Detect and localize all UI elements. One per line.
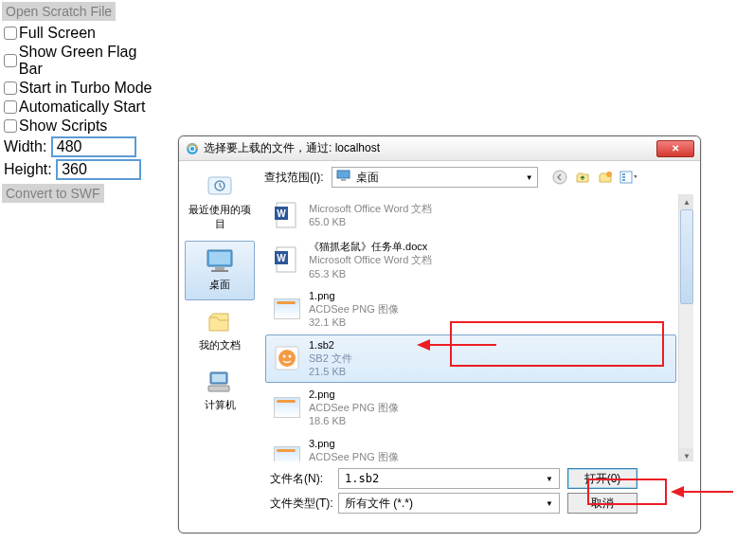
- cancel-button[interactable]: 取消: [567, 493, 637, 514]
- sidebar-recent[interactable]: 最近使用的项目: [185, 167, 255, 239]
- png-icon: [271, 293, 303, 325]
- svg-point-2: [190, 146, 194, 150]
- file-item[interactable]: 1.pngACDSee PNG 图像32.1 KB: [265, 285, 676, 334]
- file-item[interactable]: 1.sb2SB2 文件21.5 KB: [265, 334, 676, 383]
- scroll-down-icon[interactable]: ▼: [679, 448, 694, 462]
- filetype-combo[interactable]: 所有文件 (*.*)▼: [338, 493, 560, 514]
- file-item[interactable]: WMicrosoft Office Word 文档65.0 KB: [265, 195, 676, 235]
- svg-point-29: [289, 355, 292, 358]
- open-scratch-button[interactable]: Open Scratch File: [2, 2, 116, 21]
- check-green-flag[interactable]: Show Green Flag Bar: [4, 44, 163, 78]
- check-full-screen[interactable]: Full Screen: [4, 25, 163, 42]
- file-type: SB2 文件: [309, 352, 352, 365]
- svg-point-14: [553, 171, 566, 184]
- file-size: 32.1 KB: [309, 316, 399, 329]
- height-label: Height:: [4, 161, 52, 177]
- convert-swf-button[interactable]: Convert to SWF: [2, 184, 104, 203]
- file-type: Microsoft Office Word 文档: [309, 253, 432, 266]
- file-size: 65.0 KB: [309, 215, 432, 228]
- file-type: ACDSee PNG 图像: [309, 450, 399, 462]
- check-auto-start[interactable]: Automatically Start: [4, 99, 163, 116]
- file-item[interactable]: W《猫抓老鼠》任务单.docxMicrosoft Office Word 文档6…: [265, 236, 676, 284]
- check-turbo[interactable]: Start in Turbo Mode: [4, 80, 163, 97]
- png-icon: [271, 441, 303, 462]
- desktop-icon: [203, 247, 237, 276]
- file-open-dialog: 选择要上载的文件，通过: localhost ✕ 最近使用的项目 桌面 我的文档…: [178, 135, 701, 533]
- width-label: Width:: [4, 138, 46, 154]
- check-show-scripts[interactable]: Show Scripts: [4, 117, 163, 135]
- file-name: 3.png: [309, 437, 399, 450]
- sidebar-documents[interactable]: 我的文档: [185, 302, 255, 360]
- range-label: 查找范围(I):: [264, 170, 324, 186]
- file-type: ACDSee PNG 图像: [309, 401, 399, 414]
- places-sidebar: 最近使用的项目 桌面 我的文档 计算机: [179, 161, 260, 533]
- svg-text:W: W: [277, 253, 286, 263]
- back-icon[interactable]: [551, 169, 568, 186]
- chevron-down-icon: ▼: [526, 173, 533, 182]
- filename-label: 文件名(N):: [260, 471, 338, 487]
- svg-rect-10: [212, 374, 225, 382]
- dialog-title-text: 选择要上载的文件，通过: localhost: [204, 140, 380, 156]
- file-item[interactable]: 2.pngACDSee PNG 图像18.6 KB: [265, 384, 676, 432]
- file-type: ACDSee PNG 图像: [309, 302, 399, 316]
- file-name: 1.png: [309, 289, 399, 302]
- up-folder-icon[interactable]: [574, 169, 591, 186]
- file-name: 1.sb2: [309, 338, 352, 352]
- checkbox-icon: [4, 119, 17, 133]
- svg-rect-19: [622, 179, 625, 181]
- dialog-titlebar[interactable]: 选择要上载的文件，通过: localhost ✕: [179, 136, 700, 161]
- svg-text:W: W: [277, 208, 286, 219]
- svg-rect-17: [622, 173, 625, 175]
- svg-point-15: [606, 172, 612, 177]
- file-size: 21.5 KB: [309, 365, 352, 378]
- computer-icon: [203, 368, 237, 396]
- new-folder-icon[interactable]: [597, 169, 614, 186]
- checkbox-icon: [4, 81, 17, 95]
- checkbox-icon: [4, 54, 17, 67]
- close-button[interactable]: ✕: [656, 140, 694, 157]
- word-icon: W: [271, 244, 303, 276]
- desktop-small-icon: [336, 170, 351, 186]
- checkbox-icon: [4, 27, 17, 40]
- svg-point-27: [278, 350, 296, 367]
- scroll-thumb[interactable]: [680, 209, 693, 304]
- file-size: 65.3 KB: [309, 267, 432, 280]
- svg-rect-18: [622, 176, 625, 178]
- file-item[interactable]: 3.pngACDSee PNG 图像19.3 KB: [265, 433, 676, 462]
- width-input[interactable]: [51, 136, 136, 157]
- svg-rect-8: [211, 270, 228, 272]
- scroll-up-icon[interactable]: ▲: [679, 194, 694, 209]
- file-type: Microsoft Office Word 文档: [309, 202, 432, 215]
- svg-rect-6: [209, 252, 230, 264]
- file-list[interactable]: WMicrosoft Office Word 文档65.0 KBW《猫抓老鼠》任…: [260, 193, 694, 462]
- documents-icon: [203, 308, 237, 336]
- sidebar-computer[interactable]: 计算机: [185, 362, 255, 420]
- svg-rect-12: [337, 171, 350, 178]
- range-combo[interactable]: 桌面 ▼: [332, 167, 538, 188]
- ie-icon: [185, 141, 200, 156]
- svg-rect-16: [620, 172, 632, 183]
- filename-input[interactable]: 1.sb2▼: [338, 468, 560, 489]
- recent-icon: [203, 172, 237, 201]
- checkbox-icon: [4, 100, 17, 114]
- close-icon: ✕: [672, 143, 679, 154]
- svg-point-28: [283, 355, 286, 358]
- view-menu-icon[interactable]: [619, 169, 637, 186]
- file-size: 18.6 KB: [309, 414, 399, 427]
- open-button[interactable]: 打开(0): [567, 468, 637, 489]
- sidebar-desktop[interactable]: 桌面: [185, 241, 255, 300]
- svg-rect-13: [341, 179, 346, 181]
- svg-rect-7: [215, 267, 224, 270]
- filetype-label: 文件类型(T):: [260, 496, 338, 512]
- png-icon: [271, 391, 303, 424]
- file-name: 2.png: [309, 388, 399, 401]
- file-name: 《猫抓老鼠》任务单.docx: [309, 240, 432, 253]
- sb2-icon: [271, 342, 303, 374]
- chevron-down-icon: ▼: [546, 475, 553, 483]
- word-hidden-icon: W: [271, 199, 303, 231]
- scrollbar[interactable]: ▲ ▼: [678, 194, 693, 462]
- height-input[interactable]: [56, 159, 141, 180]
- svg-rect-11: [208, 386, 229, 391]
- chevron-down-icon: ▼: [546, 499, 553, 508]
